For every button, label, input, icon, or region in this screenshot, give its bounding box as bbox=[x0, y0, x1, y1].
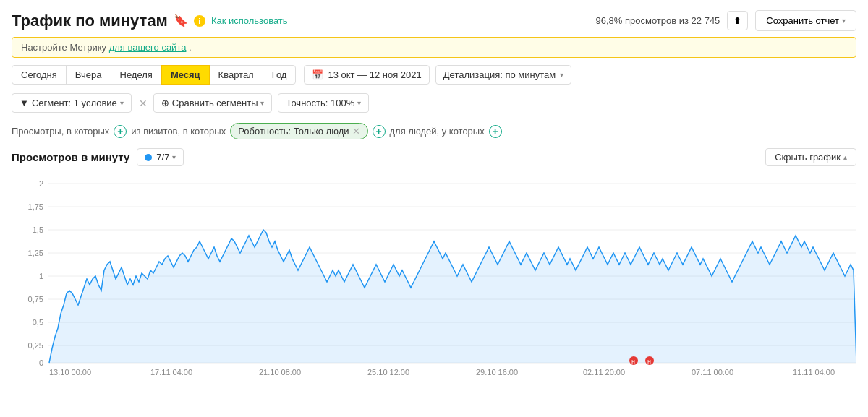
chevron-down-icon: ▾ bbox=[120, 99, 124, 107]
date-range-label: 13 окт — 12 ноя 2021 bbox=[328, 69, 421, 80]
how-to-use-link[interactable]: Как использовать bbox=[211, 15, 288, 26]
chart-title: Просмотров в минуту bbox=[12, 151, 129, 163]
svg-text:21.10 08:00: 21.10 08:00 bbox=[259, 368, 301, 377]
hide-label: Скрыть график bbox=[775, 152, 841, 163]
detail-selector[interactable]: Детализация: по минутам ▾ bbox=[435, 65, 571, 85]
add-user-condition-button[interactable]: + bbox=[489, 125, 502, 138]
svg-text:0,5: 0,5 bbox=[33, 318, 43, 327]
save-button[interactable]: Сохранить отчет ▾ bbox=[755, 10, 856, 31]
calendar-icon: 📅 bbox=[312, 69, 323, 80]
svg-text:н: н bbox=[631, 358, 635, 365]
svg-text:1,75: 1,75 bbox=[28, 202, 43, 211]
period-yesterday[interactable]: Вчера bbox=[66, 65, 111, 85]
notice-text-after: . bbox=[189, 42, 192, 53]
add-metric-button[interactable]: + bbox=[114, 125, 127, 138]
views-stat: 96,8% просмотров из 22 745 bbox=[595, 15, 720, 26]
chart-header: Просмотров в минуту 7/7 ▾ Скрыть график … bbox=[0, 142, 868, 169]
svg-text:07.11 00:00: 07.11 00:00 bbox=[692, 368, 733, 377]
chevron-down-icon: ▾ bbox=[172, 153, 176, 161]
chart-fill bbox=[49, 230, 856, 363]
series-selector[interactable]: 7/7 ▾ bbox=[137, 148, 184, 166]
filter-row: ▼ Сегмент: 1 условие ▾ ✕ ⊕ Сравнить сегм… bbox=[0, 89, 868, 119]
svg-text:1,5: 1,5 bbox=[33, 225, 43, 234]
active-metric-tag[interactable]: Роботность: Только люди ✕ bbox=[230, 123, 367, 139]
svg-text:29.10 16:00: 29.10 16:00 bbox=[476, 368, 518, 377]
metric-row: Просмотры, в которых + из визитов, в кот… bbox=[0, 119, 868, 142]
svg-text:0: 0 bbox=[39, 358, 43, 367]
tag-label: Роботность: Только люди bbox=[238, 126, 349, 137]
chart-title-area: Просмотров в минуту 7/7 ▾ bbox=[12, 148, 184, 166]
notice-text-before: Настройте Метрику bbox=[21, 42, 106, 53]
header-row: Трафик по минутам 🔖 i Как использовать 9… bbox=[0, 0, 868, 37]
metric-suffix: для людей, у которых bbox=[390, 126, 485, 137]
svg-text:0,25: 0,25 bbox=[28, 341, 43, 350]
notice-link[interactable]: для вашего сайта bbox=[109, 42, 187, 53]
svg-text:17.11 04:00: 17.11 04:00 bbox=[150, 368, 192, 377]
bookmark-icon[interactable]: 🔖 bbox=[174, 14, 188, 27]
period-row: Сегодня Вчера Неделя Месяц Квартал Год 📅… bbox=[0, 65, 868, 89]
share-button[interactable]: ⬆ bbox=[727, 11, 748, 30]
metric-prefix: Просмотры, в которых bbox=[12, 126, 109, 137]
date-range-picker[interactable]: 📅 13 окт — 12 ноя 2021 bbox=[304, 65, 429, 85]
detail-label: Детализация: по минутам bbox=[443, 69, 556, 80]
period-quarter[interactable]: Квартал bbox=[209, 65, 263, 85]
chart-svg: 2 1,75 1,5 1,25 1 0,75 0,5 0,25 0 13.10 … bbox=[12, 169, 856, 379]
svg-text:13.10 00:00: 13.10 00:00 bbox=[49, 368, 91, 377]
header-right: 96,8% просмотров из 22 745 ⬆ Сохранить о… bbox=[595, 10, 856, 31]
hide-chart-button[interactable]: Скрыть график ▴ bbox=[765, 148, 856, 166]
notice-bar: Настройте Метрику для вашего сайта . bbox=[12, 37, 856, 58]
svg-text:0,75: 0,75 bbox=[28, 295, 43, 304]
compare-label: Сравнить сегменты bbox=[172, 98, 258, 108]
add-condition-button[interactable]: + bbox=[373, 125, 386, 138]
period-week[interactable]: Неделя bbox=[111, 65, 162, 85]
period-today[interactable]: Сегодня bbox=[12, 65, 67, 85]
svg-text:2: 2 bbox=[39, 179, 43, 188]
chart-container: 2 1,75 1,5 1,25 1 0,75 0,5 0,25 0 13.10 … bbox=[12, 169, 856, 379]
metric-middle: из визитов, в которых bbox=[131, 126, 226, 137]
segment-label: Сегмент: 1 условие bbox=[32, 98, 117, 108]
accuracy-button[interactable]: Точность: 100% ▾ bbox=[278, 93, 369, 113]
chevron-down-icon: ▾ bbox=[560, 71, 563, 79]
chevron-down-icon: ▾ bbox=[260, 99, 264, 107]
chart-area: 2 1,75 1,5 1,25 1 0,75 0,5 0,25 0 13.10 … bbox=[0, 169, 868, 386]
svg-text:11.11 04:00: 11.11 04:00 bbox=[793, 368, 835, 377]
chevron-up-icon: ▴ bbox=[843, 153, 847, 161]
series-label: 7/7 bbox=[156, 152, 169, 163]
series-dot-icon bbox=[145, 154, 152, 161]
tag-remove-button[interactable]: ✕ bbox=[352, 126, 360, 137]
chevron-down-icon: ▾ bbox=[842, 17, 846, 25]
segment-button[interactable]: ▼ Сегмент: 1 условие ▾ bbox=[12, 93, 132, 113]
period-month[interactable]: Месяц bbox=[161, 65, 210, 85]
accuracy-label: Точность: 100% bbox=[286, 98, 354, 108]
page-title: Трафик по минутам bbox=[12, 12, 168, 30]
svg-text:1,25: 1,25 bbox=[28, 249, 43, 257]
period-year[interactable]: Год bbox=[263, 65, 297, 85]
svg-text:н: н bbox=[647, 358, 651, 365]
segment-clear-button[interactable]: ✕ bbox=[139, 98, 148, 109]
info-circle-icon: i bbox=[194, 15, 205, 27]
compare-button[interactable]: ⊕ Сравнить сегменты ▾ bbox=[153, 93, 273, 113]
svg-text:1: 1 bbox=[39, 272, 43, 280]
title-left: Трафик по минутам 🔖 i Как использовать bbox=[12, 12, 288, 30]
filter-icon: ▼ bbox=[20, 98, 29, 108]
chevron-down-icon: ▾ bbox=[357, 99, 361, 107]
svg-text:02.11 20:00: 02.11 20:00 bbox=[583, 368, 625, 377]
svg-text:25.10 12:00: 25.10 12:00 bbox=[367, 368, 409, 377]
compare-icon: ⊕ bbox=[161, 98, 169, 108]
